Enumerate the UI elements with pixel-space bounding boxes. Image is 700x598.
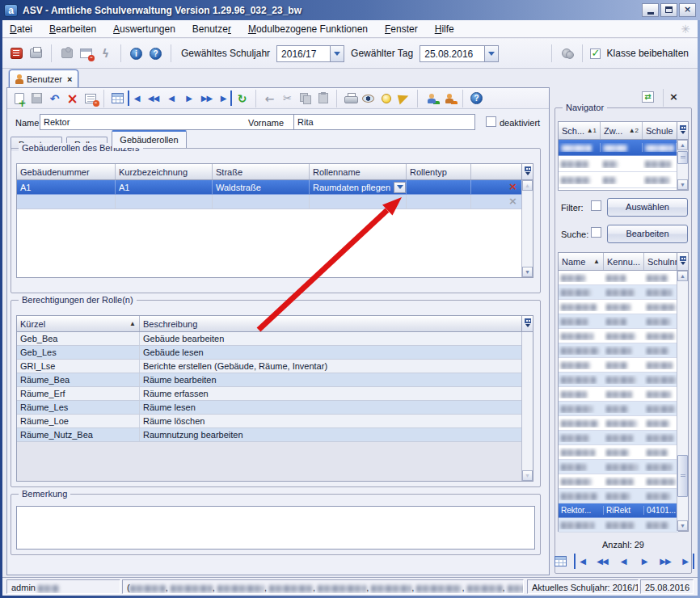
permission-row[interactable]: Räume_ErfRäume erfassen xyxy=(17,387,523,401)
col-kuerzel[interactable]: Kürzel▲ xyxy=(17,316,140,331)
table-view-icon[interactable] xyxy=(110,91,125,106)
minimize-button[interactable] xyxy=(642,3,659,17)
user-remove-icon[interactable] xyxy=(441,91,457,106)
user-row[interactable] xyxy=(559,460,678,474)
next-page-icon[interactable]: ▶ xyxy=(637,554,652,569)
day-select[interactable]: 25.08.2016 xyxy=(420,45,499,62)
zones-scrollbar[interactable]: ▲ ▼ xyxy=(677,140,688,190)
school-year-select[interactable]: 2016/17 xyxy=(276,45,344,62)
search-edit-button[interactable]: Bearbeiten xyxy=(607,225,688,243)
switch-view-icon[interactable]: ⇄ xyxy=(640,89,656,104)
column-config-button[interactable] xyxy=(677,253,688,270)
permission-row[interactable]: GRI_LseBerichte erstellen (Gebäude, Räum… xyxy=(17,360,523,373)
user-row[interactable] xyxy=(559,387,678,402)
zone-row[interactable] xyxy=(559,156,677,172)
keep-class-checkbox[interactable] xyxy=(590,48,601,59)
user-row[interactable] xyxy=(559,402,678,416)
info-icon[interactable]: i xyxy=(129,46,144,61)
edit-form-icon[interactable] xyxy=(82,91,98,106)
filter-checkbox[interactable] xyxy=(591,200,601,211)
rollenname-dropdown-button[interactable] xyxy=(394,182,406,193)
print-list-icon[interactable] xyxy=(28,46,44,61)
col-schule[interactable]: Schule xyxy=(643,122,677,139)
user-row[interactable] xyxy=(559,343,678,358)
notification-icon[interactable] xyxy=(396,91,411,106)
print-icon[interactable] xyxy=(343,91,358,106)
user-add-icon[interactable] xyxy=(424,91,439,106)
column-config-button[interactable] xyxy=(677,122,688,139)
permissions-scrollbar[interactable]: ▼ xyxy=(521,332,533,481)
report-icon[interactable] xyxy=(9,46,24,61)
context-help-icon[interactable]: ? xyxy=(469,91,484,106)
fast-next-icon[interactable]: ▶▶ xyxy=(199,91,214,106)
col-beschreibung[interactable]: Beschreibung xyxy=(140,316,521,331)
tab-benutzer[interactable]: Benutzer × xyxy=(9,69,78,87)
col-name[interactable]: Name▲ xyxy=(559,253,604,270)
first-record-icon[interactable]: ◀ xyxy=(128,91,143,106)
last-page-icon[interactable]: ▶ xyxy=(679,554,694,569)
user-row[interactable] xyxy=(559,474,678,489)
building-roles-scrollbar[interactable]: ▲ ▼ xyxy=(521,180,533,277)
refresh-icon[interactable]: ↻ xyxy=(234,91,250,106)
col-zone-1[interactable]: Sch...▲1 xyxy=(559,122,601,139)
user-row[interactable] xyxy=(559,373,678,387)
menu-item-4[interactable]: Modulbezogene Funktionen xyxy=(248,23,368,35)
delete-record-icon[interactable]: × xyxy=(65,91,80,106)
user-row[interactable] xyxy=(559,445,678,460)
table-view-icon[interactable] xyxy=(553,554,568,569)
user-row[interactable] xyxy=(559,489,678,503)
building-role-row[interactable]: A1 A1 Waldstraße Raumdaten pflegen × xyxy=(17,180,523,195)
menu-item-5[interactable]: Fenster xyxy=(385,23,418,35)
user-row[interactable] xyxy=(559,431,678,445)
user-row[interactable] xyxy=(559,314,678,329)
last-record-icon[interactable]: ▶ xyxy=(217,91,232,106)
permission-row[interactable]: Geb_BeaGebäude bearbeiten xyxy=(17,332,523,346)
col-schulnr[interactable]: Schulnr. xyxy=(644,253,677,270)
user-row[interactable] xyxy=(559,358,678,373)
menu-item-1[interactable]: Bearbeiten xyxy=(49,23,96,35)
user-row[interactable] xyxy=(559,416,678,431)
menu-item-2[interactable]: Auswertungen xyxy=(113,23,175,35)
user-row[interactable] xyxy=(559,300,678,314)
permission-row[interactable]: Geb_LesGebäude lesen xyxy=(17,346,523,360)
zone-row[interactable] xyxy=(559,172,677,188)
col-kurzbezeichnung[interactable]: Kurzbezeichnung xyxy=(116,164,213,179)
user-row[interactable] xyxy=(559,518,678,533)
next-record-icon[interactable]: ▶ xyxy=(181,91,196,106)
menu-item-6[interactable]: Hilfe xyxy=(435,23,454,35)
permission-row[interactable]: Räume_Nutz_BeaRaumnutzung bearbeiten xyxy=(17,428,523,442)
user-row-selected[interactable]: Rektor...RiRekt04101... xyxy=(559,503,678,518)
permission-row[interactable]: Räume_BeaRäume bearbeiten xyxy=(17,373,523,387)
fast-prev-page-icon[interactable]: ◀◀ xyxy=(595,554,610,569)
prev-record-icon[interactable]: ◀ xyxy=(163,91,179,106)
preview-icon[interactable] xyxy=(361,91,376,106)
col-rollenname[interactable]: Rollenname xyxy=(310,164,407,179)
tab-close-icon[interactable]: × xyxy=(67,74,72,84)
maximize-button[interactable] xyxy=(660,3,677,17)
column-config-button[interactable] xyxy=(521,164,533,179)
menu-item-3[interactable]: Benutzer xyxy=(192,23,231,35)
new-record-icon[interactable] xyxy=(11,91,27,106)
tab-gebaeuderollen[interactable]: Gebäuderollen xyxy=(112,130,186,148)
user-row[interactable] xyxy=(559,271,678,285)
undo-icon[interactable]: ↶ xyxy=(47,91,62,106)
col-rollentyp[interactable]: Rollentyp xyxy=(407,164,471,179)
permission-row[interactable]: Räume_LesRäume lesen xyxy=(17,401,523,415)
users-scrollbar[interactable]: ▲ ▼ xyxy=(677,271,688,531)
bemerkung-textarea[interactable] xyxy=(16,506,535,550)
col-gebaeudenummer[interactable]: Gebäudenummer xyxy=(17,164,116,179)
close-panel-icon[interactable]: × xyxy=(666,89,681,104)
hint-icon[interactable] xyxy=(378,91,394,106)
search-checkbox[interactable] xyxy=(591,227,601,238)
permission-row[interactable]: Räume_LoeRäume löschen xyxy=(17,415,523,428)
close-button[interactable]: × xyxy=(679,3,696,17)
col-zone-2[interactable]: Zw...▲2 xyxy=(601,122,643,139)
zone-row[interactable] xyxy=(559,140,677,156)
fast-prev-icon[interactable]: ◀◀ xyxy=(145,91,161,106)
filter-select-button[interactable]: Auswählen xyxy=(607,198,688,217)
first-page-icon[interactable]: ◀ xyxy=(574,554,589,569)
deactivated-checkbox[interactable] xyxy=(486,116,496,127)
prev-page-icon[interactable]: ◀ xyxy=(616,554,631,569)
user-row[interactable] xyxy=(559,329,678,343)
col-kennung[interactable]: Kennu... xyxy=(604,253,644,270)
